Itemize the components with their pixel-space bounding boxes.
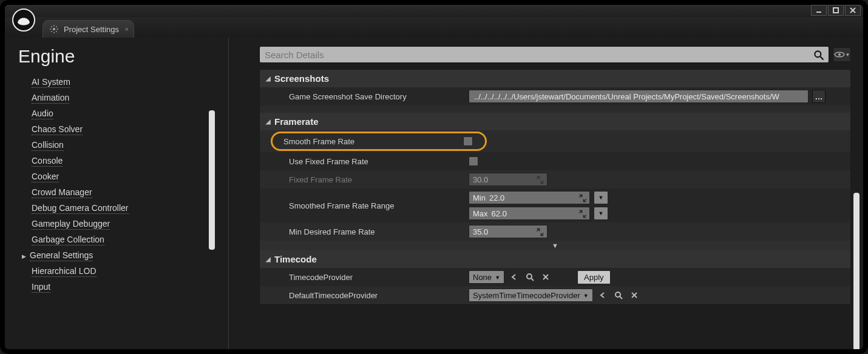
section-header-timecode[interactable]: ◢ Timecode [260, 250, 850, 268]
smoothed-range-min-field[interactable]: Min 22.0 [469, 191, 590, 204]
tab-project-settings[interactable]: Project Settings × [42, 20, 134, 38]
sidebar-item[interactable]: Debug Camera Controller [32, 200, 222, 216]
expand-icon [578, 210, 587, 218]
arrow-left-icon [598, 291, 607, 299]
sidebar-item-label: Garbage Collection [32, 235, 104, 245]
apply-button[interactable]: Apply [577, 270, 611, 284]
sidebar-item[interactable]: Crowd Manager [32, 184, 222, 200]
search-icon [813, 49, 825, 61]
close-icon [631, 292, 638, 299]
sidebar-item-label: Cooker [32, 172, 59, 182]
use-fixed-frame-rate-label: Use Fixed Frame Rate [260, 157, 464, 166]
section-header-framerate[interactable]: ◢ Framerate [260, 113, 850, 130]
reset-arrow-button[interactable] [597, 289, 609, 301]
smooth-frame-rate-highlight: Smooth Frame Rate [271, 132, 487, 151]
screenshot-dir-label: Game Screenshot Save Directory [260, 92, 464, 101]
sidebar-item-label: Gameplay Debugger [32, 219, 110, 230]
section-header-screenshots[interactable]: ◢ Screenshots [260, 70, 850, 87]
min-label: Min [473, 193, 486, 202]
fixed-frame-rate-field: 30.0 [469, 173, 548, 186]
tab-label: Project Settings [64, 25, 119, 34]
close-icon [542, 273, 549, 281]
use-fixed-frame-rate-checkbox[interactable] [469, 156, 478, 166]
section-title: Screenshots [274, 73, 329, 84]
range-min-dropdown-button[interactable]: ▼ [594, 191, 608, 204]
search-input-wrapper [259, 46, 829, 63]
sidebar-item[interactable]: Animation [32, 90, 222, 105]
sidebar-item-label: Debug Camera Controller [32, 203, 129, 214]
screenshot-dir-value: ../../../../../../Users/jstewart/Documen… [474, 92, 779, 101]
collapse-icon: ◢ [266, 75, 271, 82]
reset-arrow-button[interactable] [508, 271, 520, 283]
fixed-frame-rate-label: Fixed Frame Rate [260, 175, 464, 184]
expand-advanced-button[interactable]: ▼ [260, 241, 850, 250]
browse-button[interactable]: … [812, 90, 826, 103]
sidebar-item[interactable]: AI System [32, 74, 222, 90]
sidebar-item[interactable]: Collision [32, 137, 222, 153]
sidebar-item[interactable]: Input [32, 279, 222, 295]
smoothed-range-min-value: 22.0 [489, 193, 504, 202]
window-titlebar [5, 5, 863, 17]
smoothed-range-label: Smoothed Frame Rate Range [260, 201, 464, 210]
svg-point-5 [53, 28, 55, 30]
default-timecode-provider-label: DefaultTimecodeProvider [260, 291, 464, 300]
sidebar-item-label: Hierarchical LOD [32, 266, 97, 277]
svg-line-14 [620, 296, 622, 299]
gear-icon [49, 24, 59, 34]
browse-asset-button[interactable] [612, 289, 625, 301]
sidebar-item[interactable]: Chaos Solver [32, 121, 222, 137]
sidebar-item[interactable]: Console [32, 153, 222, 169]
svg-line-7 [821, 57, 824, 60]
sidebar-item-label: AI System [32, 77, 70, 88]
fixed-frame-rate-value: 30.0 [473, 175, 488, 184]
tab-close-icon[interactable]: × [125, 25, 129, 33]
window-close-button[interactable] [845, 5, 861, 16]
svg-rect-1 [833, 8, 838, 13]
expand-icon [578, 194, 587, 202]
sidebar-item-label: Collision [32, 140, 64, 151]
section-title: Framerate [274, 116, 319, 127]
min-desired-field[interactable]: 35.0 [469, 225, 548, 238]
search-icon [614, 291, 623, 299]
sidebar-item-label: Animation [32, 93, 69, 104]
default-timecode-provider-dropdown[interactable]: SystemTimeTimecodeProvider ▼ [469, 289, 593, 302]
search-input[interactable] [265, 47, 808, 62]
clear-button[interactable] [628, 289, 640, 301]
timecode-provider-dropdown[interactable]: None ▼ [469, 270, 504, 284]
sidebar: Engine AI SystemAnimationAudioChaos Solv… [5, 38, 228, 349]
sidebar-item-label: Crowd Manager [32, 187, 92, 198]
smoothed-range-max-field[interactable]: Max 62.0 [469, 207, 590, 220]
sidebar-item[interactable]: Audio [32, 105, 222, 121]
window-minimize-button[interactable] [811, 5, 827, 16]
expand-icon [536, 176, 544, 184]
sidebar-item[interactable]: General Settings [32, 247, 222, 263]
sidebar-scrollbar[interactable] [209, 110, 215, 250]
smooth-frame-rate-label: Smooth Frame Rate [274, 137, 463, 146]
default-timecode-provider-value: SystemTimeTimecodeProvider [473, 291, 580, 300]
smoothed-range-max-value: 62.0 [492, 209, 507, 218]
browse-asset-button[interactable] [524, 271, 536, 283]
main-scrollbar[interactable] [853, 193, 860, 349]
tab-bar: Project Settings × [5, 17, 863, 38]
section-title: Timecode [274, 254, 317, 264]
smooth-frame-rate-checkbox[interactable] [463, 136, 473, 146]
eye-icon [834, 51, 845, 58]
sidebar-item[interactable]: Hierarchical LOD [32, 263, 222, 279]
window-maximize-button[interactable] [828, 5, 844, 16]
sidebar-item-label: General Settings [30, 250, 93, 261]
sidebar-item-label: Input [32, 282, 50, 293]
min-desired-value: 35.0 [473, 227, 488, 236]
view-options-button[interactable]: ▼ [833, 47, 851, 62]
screenshot-dir-field[interactable]: ../../../../../../Users/jstewart/Documen… [469, 90, 809, 103]
expand-icon [536, 228, 544, 236]
svg-point-13 [615, 292, 620, 297]
svg-line-10 [531, 278, 534, 281]
sidebar-item[interactable]: Gameplay Debugger [32, 216, 222, 232]
clear-button[interactable] [540, 271, 552, 283]
sidebar-item[interactable]: Garbage Collection [32, 232, 222, 247]
main-panel: ▼ ◢ Screenshots Game Screenshot Save Dir… [229, 38, 863, 349]
sidebar-item[interactable]: Cooker [32, 169, 222, 184]
min-desired-label: Min Desired Frame Rate [260, 227, 464, 236]
sidebar-item-label: Audio [32, 109, 53, 119]
range-max-dropdown-button[interactable]: ▼ [594, 207, 608, 220]
